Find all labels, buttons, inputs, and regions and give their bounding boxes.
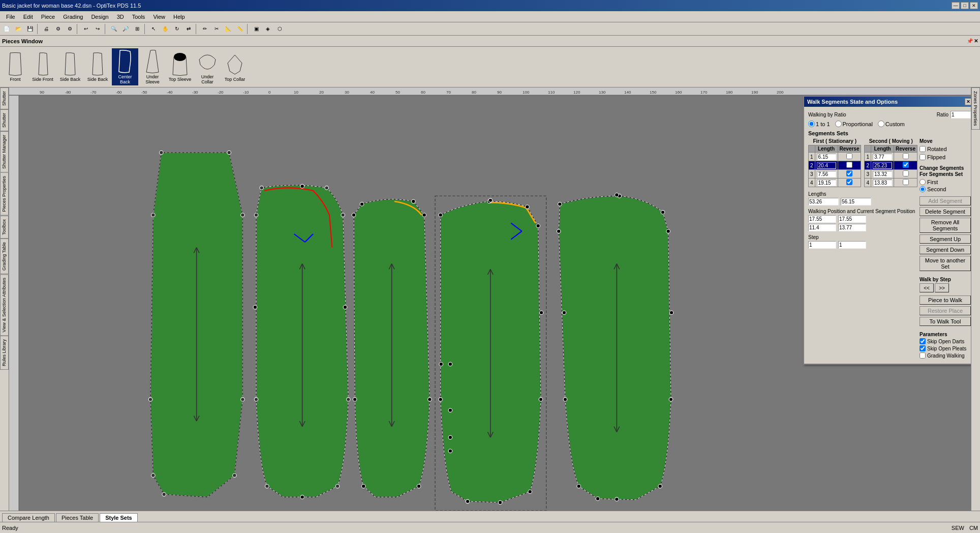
walk-pos-second-2[interactable] [838, 224, 866, 231]
tb-d1[interactable]: ▣ [251, 23, 262, 35]
dialog-close-button[interactable]: ✕ [965, 98, 971, 105]
menu-piece[interactable]: Piece [37, 13, 59, 21]
flipped-checkbox[interactable] [920, 154, 926, 160]
pieces-window-close[interactable]: ✕ [974, 38, 978, 44]
tab-pieces-table[interactable]: Pieces Table [56, 513, 99, 522]
tb-c2[interactable]: ✂ [211, 23, 222, 35]
tb-b2[interactable]: ⚙ [64, 23, 75, 35]
ratio-proportional[interactable]: Proportional [835, 121, 873, 127]
segment-down-button[interactable]: Segment Down [920, 245, 971, 254]
sidebar-rules-library[interactable]: Rules Library [0, 336, 9, 370]
tb-print[interactable]: 🖨 [41, 23, 52, 35]
first-len-4[interactable] [817, 180, 836, 186]
tb-c4[interactable]: 📏 [234, 23, 246, 35]
walk-step-fwd-button[interactable]: >> [935, 283, 949, 292]
tb-mirror[interactable]: ⇄ [183, 23, 194, 35]
restore-place-button[interactable]: Restore Place [920, 306, 971, 315]
second-rev-2[interactable] [903, 162, 909, 168]
sidebar-view-selection[interactable]: View & Selection Attributes [0, 274, 9, 336]
minimize-button[interactable]: — [952, 2, 960, 9]
pieces-window-pin[interactable]: 📌 [967, 38, 973, 44]
ratio-custom[interactable]: Custom [878, 121, 905, 127]
piece-top-collar[interactable]: Top Collar [222, 51, 248, 83]
tb-save[interactable]: 💾 [24, 23, 36, 35]
maximize-button[interactable]: □ [961, 2, 969, 9]
walk-step-back-button[interactable]: << [920, 283, 934, 292]
menu-tools[interactable]: Tools [128, 13, 149, 21]
first-len-2[interactable] [817, 162, 836, 169]
sidebar-grading-table[interactable]: Grading Table [0, 239, 9, 274]
first-rev-3[interactable] [846, 170, 852, 176]
tb-undo[interactable]: ↩ [80, 23, 91, 35]
tb-fit[interactable]: ⊞ [132, 23, 143, 35]
piece-side-front[interactable]: Side Front [29, 51, 56, 83]
piece-center-back[interactable]: Center Back [112, 48, 138, 86]
menu-design[interactable]: Design [87, 13, 112, 21]
tb-zoom-out[interactable]: 🔎 [120, 23, 131, 35]
rotated-checkbox[interactable] [920, 146, 926, 152]
sidebar-shutter-2[interactable]: Shutter [0, 109, 9, 131]
sidebar-toolbox[interactable]: Toolbox [0, 216, 9, 239]
second-len-2[interactable] [873, 162, 892, 169]
sidebar-pieces-properties[interactable]: Pieces Properties [0, 172, 9, 216]
tb-redo[interactable]: ↪ [92, 23, 103, 35]
canvas-area[interactable]: 90 -80 -70 -60 -50 -40 -30 -20 -10 0 10 … [9, 87, 971, 511]
canvas-bg[interactable]: Walk Segments State and Options ✕ Walkin… [19, 96, 971, 511]
ratio-input[interactable] [951, 111, 971, 119]
lengths-first[interactable] [808, 198, 839, 205]
skip-open-darts-checkbox[interactable] [920, 338, 926, 344]
walk-pos-first-2[interactable] [808, 224, 836, 231]
to-walk-tool-button[interactable]: To Walk Tool [920, 317, 971, 326]
sidebar-shutter-manager[interactable]: Shutter Manager [0, 131, 9, 172]
tb-rotate[interactable]: ↻ [171, 23, 182, 35]
tb-c3[interactable]: 📐 [223, 23, 234, 35]
first-rev-2[interactable] [846, 162, 852, 168]
step-first[interactable] [808, 241, 836, 249]
close-button[interactable]: ✕ [970, 2, 978, 9]
lengths-second[interactable] [841, 198, 871, 205]
tb-move[interactable]: ✋ [160, 23, 171, 35]
tb-b1[interactable]: ⚙ [52, 23, 64, 35]
second-len-4[interactable] [873, 180, 892, 186]
first-rev-1[interactable] [846, 153, 852, 159]
add-segment-button[interactable]: Add Segment [920, 196, 971, 205]
tab-style-sets[interactable]: Style Sets [100, 513, 138, 522]
ratio-1to1[interactable]: 1 to 1 [808, 121, 830, 127]
first-len-3[interactable] [817, 171, 836, 177]
piece-to-walk-button[interactable]: Piece to Walk [920, 295, 971, 305]
change-second-radio[interactable] [920, 186, 926, 192]
menu-file[interactable]: File [2, 13, 19, 21]
tb-d2[interactable]: ◈ [262, 23, 273, 35]
tb-open[interactable]: 📂 [13, 23, 24, 35]
piece-top-sleeve[interactable]: Top Sleeve [167, 51, 193, 83]
menu-3d[interactable]: 3D [113, 13, 128, 21]
segment-up-button[interactable]: Segment Up [920, 234, 971, 244]
piece-side-back[interactable]: Side Back [57, 51, 83, 83]
menu-view[interactable]: View [149, 13, 169, 21]
tab-compare-length[interactable]: Compare Length [2, 513, 55, 522]
step-second[interactable] [838, 241, 866, 249]
piece-front[interactable]: Front [2, 51, 28, 83]
sidebar-shutter-1[interactable]: Shutter [0, 87, 9, 109]
walk-pos-second-1[interactable] [838, 215, 866, 223]
piece-side-back-2[interactable]: Side Back [84, 51, 111, 83]
piece-under-sleeve[interactable]: Under Sleeve [139, 48, 166, 86]
skip-open-pleats-checkbox[interactable] [920, 345, 926, 351]
move-to-another-button[interactable]: Move to another Set [920, 256, 971, 271]
first-rev-4[interactable] [846, 179, 852, 185]
tb-d3[interactable]: ⬡ [274, 23, 285, 35]
first-len-1[interactable] [817, 154, 836, 160]
zones-properties-tab[interactable]: Zones Properties [971, 87, 980, 130]
piece-under-collar[interactable]: Under Collar [194, 48, 221, 86]
walk-pos-first-1[interactable] [808, 215, 836, 223]
remove-all-segments-button[interactable]: Remove All Segments [920, 218, 971, 233]
delete-segment-button[interactable]: Delete Segment [920, 207, 971, 216]
grading-walking-checkbox[interactable] [920, 352, 926, 359]
menu-edit[interactable]: Edit [19, 13, 37, 21]
second-rev-1[interactable] [903, 153, 909, 159]
menu-grading[interactable]: Grading [59, 13, 87, 21]
second-rev-3[interactable] [903, 170, 909, 176]
menu-help[interactable]: Help [169, 13, 189, 21]
tb-zoom-in[interactable]: 🔍 [108, 23, 119, 35]
tb-c1[interactable]: ✏ [199, 23, 210, 35]
